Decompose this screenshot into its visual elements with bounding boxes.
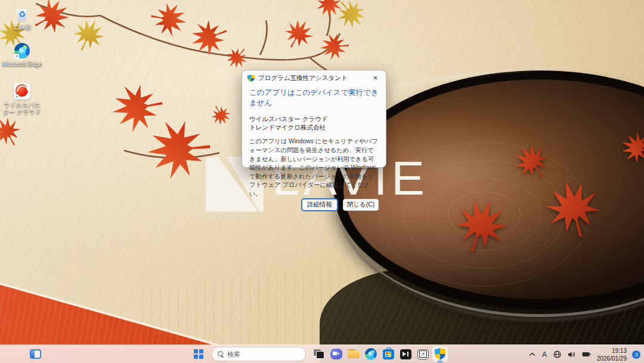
folder-icon <box>348 349 360 359</box>
desktop-icon-label: ウイルスバスター クラウド <box>1 101 43 115</box>
compatibility-shield-icon <box>247 75 255 82</box>
battery-icon <box>582 352 591 357</box>
speaker-icon <box>568 351 575 358</box>
compatibility-assistant-button[interactable] <box>432 346 448 362</box>
program-compatibility-assistant-dialog: プログラム互換性アシスタント ✕ このアプリはこのデバイスで実行できません ウイ… <box>242 70 386 168</box>
notification-badge[interactable]: 3 <box>632 350 640 359</box>
hidden-icons-button[interactable] <box>528 347 536 362</box>
media-app-icon <box>400 349 411 359</box>
chat-button[interactable] <box>329 346 344 362</box>
taskbar-center: 検索 ↗ <box>191 346 448 362</box>
edge-button[interactable] <box>363 346 379 362</box>
task-view-button[interactable] <box>311 346 327 362</box>
volume-button[interactable] <box>567 347 576 362</box>
compatibility-shield-icon <box>435 348 445 360</box>
taskbar: 検索 ↗ A <box>0 344 644 363</box>
ime-mode-button[interactable]: A <box>541 347 547 362</box>
widgets-button[interactable] <box>27 346 43 362</box>
dialog-message: このアプリは Windows にセキュリティやパフォーマンスの問題を発生させるた… <box>249 137 379 198</box>
edge-icon <box>365 348 377 360</box>
desktop-icon-recycle-bin[interactable]: ♻ ごみ箱 <box>1 5 43 31</box>
close-button[interactable]: 閉じる(C) <box>343 199 379 211</box>
app-name: ウイルスバスター クラウド <box>249 115 379 124</box>
media-app-button[interactable] <box>398 346 413 362</box>
dialog-body: このアプリはこのデバイスで実行できません ウイルスバスター クラウド トレンドマ… <box>242 84 386 199</box>
file-explorer-button[interactable] <box>346 346 361 362</box>
recycle-bin-icon: ♻ <box>13 5 31 23</box>
shortcut-arrow-icon: ↗ <box>14 54 19 59</box>
capture-app-icon: ↗ <box>417 349 429 359</box>
chevron-up-icon <box>529 352 535 356</box>
chat-icon <box>330 349 342 359</box>
dialog-titlebar: プログラム互換性アシスタント ✕ <box>242 70 386 84</box>
dialog-heading: このアプリはこのデバイスで実行できません <box>249 88 379 108</box>
dialog-title: プログラム互換性アシスタント <box>258 74 371 82</box>
network-button[interactable] <box>553 347 562 362</box>
desktop-icon-label: Microsoft Edge <box>1 61 43 68</box>
app-info: ウイルスバスター クラウド トレンドマイクロ株式会社 <box>249 115 379 131</box>
globe-icon <box>553 350 561 358</box>
store-icon <box>383 349 394 359</box>
desktop-icon-virus-buster[interactable]: ↗ ウイルスバスター クラウド <box>1 82 43 115</box>
shortcut-arrow-icon: ↗ <box>14 94 19 100</box>
battery-button[interactable] <box>581 347 592 362</box>
capture-app-button[interactable]: ↗ <box>415 346 431 362</box>
close-icon[interactable]: ✕ <box>371 75 380 82</box>
store-button[interactable] <box>380 346 396 362</box>
taskbar-search[interactable]: 検索 <box>212 347 306 361</box>
active-app-indicator <box>438 361 443 362</box>
system-tray: A 19:13 2026/01/29 3 <box>528 345 640 363</box>
widgets-icon <box>30 349 41 359</box>
search-icon <box>218 351 224 357</box>
desktop-icon-microsoft-edge[interactable]: ↗ Microsoft Edge <box>1 42 43 68</box>
windows-logo-icon <box>194 349 203 359</box>
tray-date: 2026/01/29 <box>597 355 627 362</box>
search-placeholder: 検索 <box>227 350 240 359</box>
desktop-icon-label: ごみ箱 <box>1 24 43 31</box>
clock[interactable]: 19:13 2026/01/29 <box>597 347 627 362</box>
dialog-buttons: 詳細情報 閉じる(C) <box>242 199 386 217</box>
virus-buster-icon: ↗ <box>13 82 31 100</box>
tray-time: 19:13 <box>597 347 627 355</box>
app-publisher: トレンドマイクロ株式会社 <box>249 124 379 132</box>
task-view-icon <box>314 349 324 359</box>
edge-icon: ↗ <box>13 42 31 60</box>
start-button[interactable] <box>191 346 206 362</box>
details-button[interactable]: 詳細情報 <box>302 199 338 211</box>
